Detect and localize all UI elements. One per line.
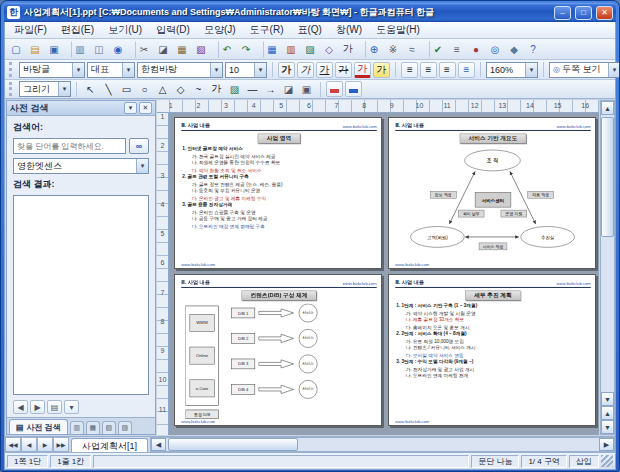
chevron-down-icon[interactable]: ▾	[122, 63, 134, 77]
chevron-down-icon[interactable]: ▾	[608, 63, 620, 77]
vertical-scrollbar[interactable]: ▲ ▼ ▲ ▼	[600, 100, 615, 435]
slide-page-1[interactable]: Ⅲ. 사업 내용 www.bizkclub.com 사업 영역 1. 인터넷 골…	[174, 117, 382, 269]
print-icon[interactable]: ▥	[71, 41, 89, 58]
line-spacing-combo[interactable]: 160% ▾	[486, 62, 538, 78]
previous-page-icon[interactable]: ▲	[601, 406, 614, 420]
search-results-list[interactable]	[13, 195, 149, 395]
chevron-down-icon[interactable]: ▾	[210, 63, 222, 77]
table-icon[interactable]: ▦	[263, 41, 281, 58]
menu-item[interactable]: 편집(E)	[54, 22, 101, 38]
draw-textbox-icon[interactable]: 가	[208, 81, 225, 97]
font-combo[interactable]: 한컴바탕 ▾	[137, 62, 223, 78]
next-page-icon[interactable]: ▼	[601, 420, 614, 434]
close-button[interactable]: ✕	[596, 6, 613, 20]
zoom-icon[interactable]: ◎	[486, 41, 504, 58]
open-document-icon[interactable]: ▤	[26, 41, 44, 58]
style-combo[interactable]: 바탕글 ▾	[19, 62, 85, 78]
options-mini-icon[interactable]: ▾	[64, 400, 79, 414]
polygon-icon[interactable]: △	[154, 81, 171, 97]
menu-item[interactable]: 파일(F)	[7, 22, 54, 38]
arrow-style-icon[interactable]: →	[262, 81, 279, 97]
tab-dictionary-search[interactable]: ▤ 사전 검색	[9, 419, 68, 434]
spell-check-icon[interactable]: ✔	[429, 41, 447, 58]
dictionary-combo[interactable]: 영한엣센스 ▾	[13, 158, 149, 174]
macro-icon[interactable]: ●	[467, 41, 485, 58]
vertical-scroll-thumb[interactable]	[601, 117, 614, 237]
align-center-button[interactable]: ≡	[420, 62, 437, 78]
panel-close-icon[interactable]: ✕	[139, 102, 152, 114]
prev-tab-icon[interactable]: ◀	[21, 437, 37, 452]
format-painter-icon[interactable]: ▧	[192, 41, 210, 58]
tab-panel-4[interactable]: ▧	[102, 421, 116, 434]
paste-icon[interactable]: ▦	[173, 41, 191, 58]
align-right-button[interactable]: ≡	[439, 62, 456, 78]
undo-icon[interactable]: ↶	[218, 41, 236, 58]
chevron-down-icon[interactable]: ▾	[525, 63, 537, 77]
menu-item[interactable]: 보기(U)	[101, 22, 149, 38]
status-insert-mode[interactable]: 삽입	[569, 455, 599, 468]
tab-panel-3[interactable]: ▦	[86, 421, 100, 434]
search-input[interactable]	[13, 138, 126, 154]
prev-result-icon[interactable]: ◀	[13, 400, 28, 414]
new-document-icon[interactable]: ▢	[7, 41, 25, 58]
menu-item[interactable]: 창(W)	[329, 22, 369, 38]
line-icon[interactable]: ╲	[100, 81, 117, 97]
view-mode-combo[interactable]: ◎ 두쪽 보기 ▾	[549, 62, 620, 78]
line-color-button[interactable]	[345, 81, 362, 97]
tab-panel-5[interactable]: ▨	[118, 421, 132, 434]
first-tab-icon[interactable]: ◀◀	[5, 437, 21, 452]
toolbar-grip[interactable]	[9, 82, 14, 96]
toolbar-grip[interactable]	[9, 62, 14, 77]
underline-button[interactable]: 가	[316, 62, 333, 78]
select-arrow-icon[interactable]: ↖	[82, 81, 99, 97]
horizontal-scroll-track[interactable]	[166, 438, 599, 451]
copy-icon[interactable]: ◪	[154, 41, 172, 58]
drawing-menu-button[interactable]: 그리기 ▾	[19, 81, 71, 97]
next-result-icon[interactable]: ▶	[30, 400, 45, 414]
representative-combo[interactable]: 대표 ▾	[87, 62, 135, 78]
print-preview-icon[interactable]: ◫	[90, 41, 108, 58]
scroll-left-icon[interactable]: ◀	[151, 438, 166, 451]
scroll-right-icon[interactable]: ▶	[599, 438, 614, 451]
restore-button[interactable]: □	[575, 6, 592, 20]
horizontal-scrollbar[interactable]: ◀ ▶	[150, 437, 615, 452]
menu-item[interactable]: 표(Q)	[290, 22, 328, 38]
diamond-icon[interactable]: ◇	[172, 81, 189, 97]
ellipse-icon[interactable]: ○	[136, 81, 153, 97]
chevron-down-icon[interactable]: ▾	[58, 82, 70, 96]
resize-grip[interactable]	[601, 455, 613, 467]
menu-item[interactable]: 모양(J)	[197, 22, 243, 38]
group-icon[interactable]: ▣	[298, 81, 315, 97]
align-left-button[interactable]: ≡	[401, 62, 418, 78]
draw-picture-icon[interactable]: ▨	[226, 81, 243, 97]
chevron-down-icon[interactable]: ▾	[136, 159, 148, 173]
book-icon[interactable]: ▤	[47, 400, 62, 414]
shadow-icon[interactable]: ◪	[280, 81, 297, 97]
minimize-button[interactable]: –	[554, 6, 571, 20]
options-icon[interactable]: ◆	[505, 41, 523, 58]
line-style-icon[interactable]: —	[244, 81, 261, 97]
cut-icon[interactable]: ✂	[135, 41, 153, 58]
horizontal-scroll-thumb[interactable]	[168, 438, 298, 451]
save-icon[interactable]: ▣	[45, 41, 63, 58]
bold-button[interactable]: 가	[278, 62, 295, 78]
curve-icon[interactable]: ~	[190, 81, 207, 97]
help-icon[interactable]: ?	[524, 41, 542, 58]
fill-color-button[interactable]	[326, 81, 343, 97]
font-color-button[interactable]: 가	[354, 62, 371, 78]
slide-page-2[interactable]: Ⅲ. 사업 내용 www.bizkclub.com 서비스 기반 개요도	[388, 117, 596, 269]
align-justify-button[interactable]: ≡	[458, 62, 475, 78]
redo-icon[interactable]: ↷	[237, 41, 255, 58]
vertical-scroll-track[interactable]	[601, 115, 614, 392]
draw-object-icon[interactable]: ◇	[320, 41, 338, 58]
find-icon[interactable]: ◉	[109, 41, 127, 58]
font-size-combo[interactable]: 10 ▾	[225, 62, 267, 78]
slide-page-3[interactable]: Ⅲ. 사업 내용 www.bizkclub.com 컨텐츠(D/B) 구성 체계…	[174, 274, 382, 426]
highlight-color-button[interactable]: 가	[373, 62, 390, 78]
slide-page-4[interactable]: Ⅲ. 사업 내용 www.bizkclub.com 세부 추진 계획 1. 1단…	[388, 274, 596, 426]
scroll-up-icon[interactable]: ▲	[601, 101, 614, 115]
chart-icon[interactable]: ▥	[282, 41, 300, 58]
hyperlink-icon[interactable]: ⊕	[365, 41, 383, 58]
horizontal-ruler[interactable]: 12345678910111213141516	[157, 100, 599, 113]
scroll-down-icon[interactable]: ▼	[601, 392, 614, 406]
